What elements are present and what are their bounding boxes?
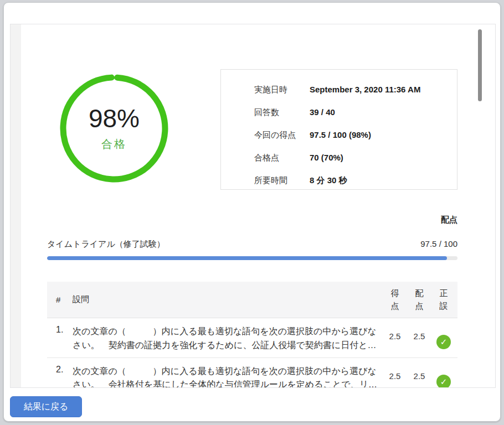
question-result: ✓ bbox=[431, 365, 456, 388]
panel-left-gutter bbox=[11, 24, 21, 387]
question-number: 1. bbox=[56, 325, 73, 335]
summary-row-duration: 所要時間 8 分 30 秒 bbox=[254, 175, 446, 186]
section-score: 97.5 / 100 bbox=[420, 239, 457, 248]
results-scroll-panel[interactable]: 98% 合格 実施日時 September 3, 2020 11:36 AM 回… bbox=[10, 24, 496, 388]
header-question: 設問 bbox=[73, 294, 383, 305]
progress-bar-fill bbox=[47, 256, 447, 260]
questions-table-header: # 設問 得点 配点 正誤 bbox=[47, 282, 457, 318]
summary-row-answers: 回答数 39 / 40 bbox=[254, 107, 446, 118]
summary-value: 70 (70%) bbox=[310, 153, 343, 163]
summary-label: 回答数 bbox=[254, 107, 310, 118]
summary-value: 8 分 30 秒 bbox=[310, 175, 347, 186]
section-title: タイムトライアル（修了試験） bbox=[47, 239, 165, 250]
summary-label: 合格点 bbox=[254, 153, 310, 163]
scrollbar-thumb[interactable] bbox=[478, 29, 482, 101]
result-hero: 98% 合格 実施日時 September 3, 2020 11:36 AM 回… bbox=[47, 69, 457, 190]
result-summary-box: 実施日時 September 3, 2020 11:36 AM 回答数 39 /… bbox=[220, 69, 457, 190]
header-number: # bbox=[56, 295, 73, 304]
questions-table: # 設問 得点 配点 正誤 1. 次の文章の（ ）内に入る最も適切な語句を次の選… bbox=[47, 282, 457, 388]
summary-row-score: 今回の得点 97.5 / 100 (98%) bbox=[254, 130, 446, 141]
question-result: ✓ bbox=[431, 325, 456, 349]
summary-label: 実施日時 bbox=[254, 85, 310, 95]
question-text: 次の文章の（ ）内に入る最も適切な語句を次の選択肢の中から選びなさい。 契約書の… bbox=[73, 325, 383, 353]
section-progress-track bbox=[47, 256, 457, 260]
back-to-results-button[interactable]: 結果に戻る bbox=[10, 396, 82, 417]
question-text: 次の文章の（ ）内に入る最も適切な語句を次の選択肢の中から選びなさい。 会社格付… bbox=[73, 365, 383, 388]
question-row-1: 1. 次の文章の（ ）内に入る最も適切な語句を次の選択肢の中から選びなさい。 契… bbox=[47, 318, 457, 358]
score-ring: 98% 合格 bbox=[59, 73, 169, 184]
results-card: 98% 合格 実施日時 September 3, 2020 11:36 AM 回… bbox=[3, 2, 501, 422]
points-column-label: 配点 bbox=[47, 215, 457, 226]
score-ring-text: 98% 合格 bbox=[59, 73, 169, 184]
correct-check-icon: ✓ bbox=[436, 375, 451, 388]
question-number: 2. bbox=[56, 365, 73, 375]
correct-check-icon: ✓ bbox=[436, 335, 451, 349]
score-ring-column: 98% 合格 bbox=[47, 69, 220, 184]
summary-value: September 3, 2020 11:36 AM bbox=[310, 85, 420, 95]
header-correct: 正誤 bbox=[431, 287, 456, 312]
question-points: 2.5 bbox=[407, 325, 431, 341]
header-points: 配点 bbox=[407, 287, 431, 312]
question-score: 2.5 bbox=[383, 365, 407, 381]
pass-status-label: 合格 bbox=[101, 137, 127, 152]
question-points: 2.5 bbox=[407, 365, 431, 381]
summary-row-passing: 合格点 70 (70%) bbox=[254, 153, 446, 163]
summary-value: 97.5 / 100 (98%) bbox=[310, 130, 371, 141]
header-score: 得点 bbox=[383, 287, 407, 312]
question-row-2: 2. 次の文章の（ ）内に入る最も適切な語句を次の選択肢の中から選びなさい。 会… bbox=[47, 358, 457, 388]
summary-row-date: 実施日時 September 3, 2020 11:36 AM bbox=[254, 85, 446, 95]
score-percent: 98% bbox=[89, 105, 140, 132]
summary-label: 今回の得点 bbox=[254, 130, 310, 141]
section-score-row: タイムトライアル（修了試験） 97.5 / 100 bbox=[47, 239, 457, 251]
summary-label: 所要時間 bbox=[254, 175, 310, 186]
question-score: 2.5 bbox=[383, 325, 407, 341]
summary-value: 39 / 40 bbox=[310, 107, 335, 118]
